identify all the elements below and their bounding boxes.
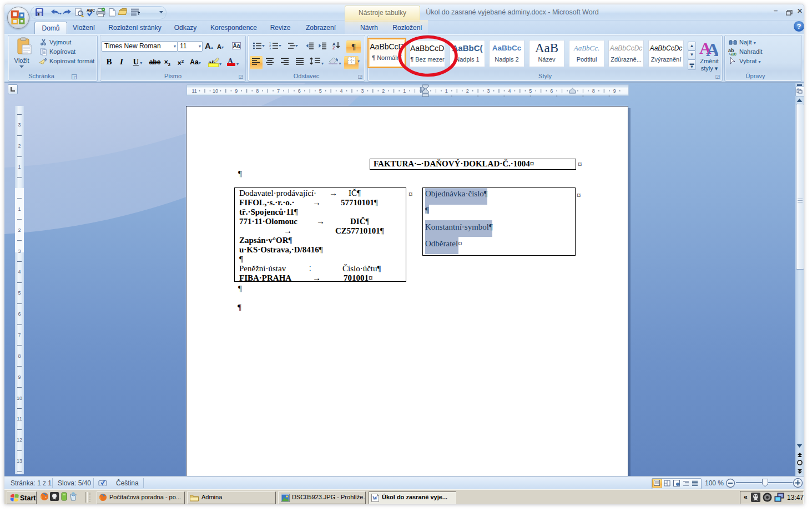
svg-text:10: 10 — [17, 396, 22, 401]
svg-text:12: 12 — [17, 437, 22, 443]
svg-text:9: 9 — [18, 374, 21, 380]
svg-text:Z: Z — [332, 45, 335, 49]
svg-text:11: 11 — [191, 88, 196, 94]
svg-text:7: 7 — [18, 332, 21, 338]
svg-text:6: 6 — [18, 311, 21, 317]
svg-text:6: 6 — [298, 88, 301, 94]
svg-text:7: 7 — [277, 88, 280, 94]
svg-text:3: 3 — [487, 88, 490, 94]
svg-text:ac: ac — [731, 51, 737, 55]
svg-text:1: 1 — [18, 206, 21, 212]
svg-text:4: 4 — [18, 269, 21, 275]
svg-text:A: A — [706, 39, 718, 57]
svg-text:1: 1 — [18, 164, 21, 170]
svg-text:9: 9 — [235, 88, 238, 94]
svg-text:3: 3 — [18, 122, 21, 128]
svg-text:ABC: ABC — [87, 8, 95, 12]
svg-text:8: 8 — [592, 88, 595, 94]
svg-text:W: W — [372, 495, 377, 501]
svg-text:13: 13 — [17, 458, 22, 464]
svg-text:2: 2 — [18, 143, 21, 149]
svg-text:3: 3 — [269, 47, 271, 50]
svg-text:6: 6 — [550, 88, 553, 94]
svg-text:11: 11 — [17, 416, 22, 422]
svg-text:3: 3 — [18, 249, 21, 254]
svg-text:10: 10 — [213, 88, 218, 94]
svg-text:4: 4 — [340, 88, 343, 94]
svg-text:5: 5 — [529, 88, 532, 94]
svg-text:3: 3 — [361, 88, 364, 94]
svg-text:2: 2 — [466, 88, 469, 94]
svg-text:9: 9 — [613, 88, 616, 94]
svg-text:5: 5 — [319, 88, 322, 94]
svg-text:1: 1 — [403, 88, 406, 94]
svg-text:2: 2 — [382, 88, 385, 94]
svg-text:2: 2 — [18, 227, 21, 233]
svg-text:1: 1 — [445, 88, 448, 94]
svg-text:5: 5 — [18, 290, 21, 296]
svg-text:4: 4 — [508, 88, 511, 94]
svg-text:8: 8 — [256, 88, 259, 94]
svg-text:8: 8 — [18, 353, 21, 359]
